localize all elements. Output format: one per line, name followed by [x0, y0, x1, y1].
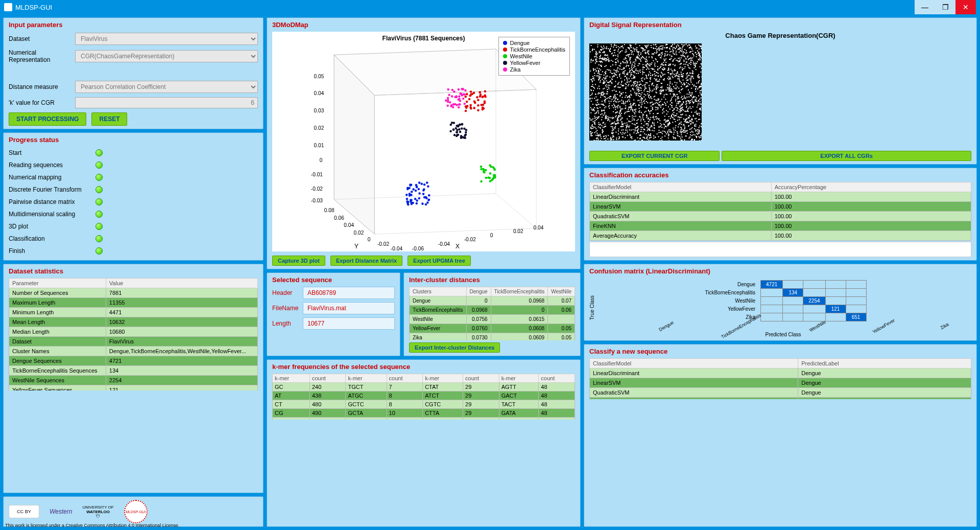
svg-point-153 — [461, 127, 463, 130]
header-input[interactable] — [303, 287, 395, 299]
table-row[interactable]: TG497TGCG10ATTA29GTTG48 — [273, 418, 575, 420]
minimize-button[interactable]: — — [915, 0, 935, 14]
table-row[interactable]: YellowFever0.07600.06080.05 — [409, 324, 575, 333]
table-row[interactable]: AT438ATGC8ATCT29GACT48 — [273, 391, 575, 400]
export-all-cgr-button[interactable]: EXPORT ALL CGRs — [722, 151, 971, 161]
app-title: MLDSP-GUI — [15, 4, 52, 11]
status-dot-icon — [95, 247, 103, 255]
svg-point-90 — [484, 96, 487, 98]
capture-3d-button[interactable]: Capture 3D plot — [272, 256, 325, 266]
dist-select[interactable]: Pearson Correlation Coefficient — [75, 81, 258, 93]
export-current-cgr-button[interactable]: EXPORT CURRENT CGR — [589, 151, 720, 161]
table-row[interactable]: CG490GCTA10CTTA29GATA48 — [273, 409, 575, 418]
svg-point-17 — [428, 194, 431, 197]
svg-point-34 — [426, 201, 429, 204]
table-row[interactable]: Maximum Length11355 — [9, 298, 258, 308]
svg-point-24 — [422, 189, 425, 192]
table-row[interactable]: LinearDiscriminantDengue — [590, 368, 971, 378]
table-row[interactable]: FineKNN100.00 — [590, 221, 971, 231]
svg-point-135 — [452, 128, 455, 131]
table-row[interactable]: Minimum Length4471 — [9, 308, 258, 317]
table-row[interactable]: GC240TGCT7CTAT29AGTT48 — [273, 383, 575, 391]
table-row[interactable]: WestNile Sequences2254 — [9, 376, 258, 385]
inter-table[interactable]: ClustersDengueTickBorneEncephalitisWestN… — [409, 287, 575, 340]
table-row[interactable]: LinearSVM100.00 — [590, 202, 971, 212]
western-logo: Western — [50, 508, 72, 515]
close-button[interactable]: ✕ — [955, 0, 976, 14]
progress-item: Discrete Fourier Transform — [9, 183, 258, 196]
svg-point-88 — [481, 108, 484, 111]
mldsp-logo: MLDSP-GUI — [124, 500, 148, 523]
accuracy-title: Classification accuracies — [589, 171, 971, 179]
svg-point-41 — [407, 203, 410, 206]
svg-text:0.04: 0.04 — [534, 225, 544, 231]
svg-point-89 — [484, 90, 487, 93]
classify-table[interactable]: ClassifierModelPredictedLabel LinearDisc… — [589, 358, 971, 399]
svg-text:0.03: 0.03 — [314, 108, 324, 113]
dataset-select[interactable]: FlaviVirus — [75, 33, 258, 45]
table-row[interactable]: YellowFever Sequences121 — [9, 385, 258, 391]
modmap-title: 3DMoDMap — [272, 21, 575, 29]
svg-point-93 — [469, 104, 472, 107]
status-dot-icon — [95, 186, 103, 193]
svg-text:0.06: 0.06 — [334, 215, 344, 221]
svg-point-119 — [493, 174, 495, 176]
conf-matrix[interactable]: Dengue4721TickBorneEncephalitis134WestNi… — [700, 280, 866, 321]
export-dist-button[interactable]: Export Distance Matrix — [330, 256, 402, 266]
table-row[interactable]: QuadraticSVM100.00 — [590, 212, 971, 221]
table-row[interactable]: Median Length10680 — [9, 327, 258, 337]
accuracy-table[interactable]: ClassifierModelAccuracyPercentage Linear… — [589, 182, 971, 241]
3d-plot[interactable]: FlaviVirus (7881 Sequences) DengueTickBo… — [272, 32, 575, 251]
svg-point-56 — [477, 99, 480, 102]
table-row[interactable]: FineKNNDengue — [590, 398, 971, 400]
svg-point-7 — [426, 181, 428, 184]
svg-marker-2 — [374, 89, 536, 234]
table-row[interactable]: AverageAccuracy100.00 — [590, 231, 971, 241]
numrep-select[interactable]: CGR(ChaosGameRepresentation) — [75, 50, 258, 62]
table-row[interactable]: TickBorneEncephalitis Sequences134 — [9, 366, 258, 376]
svg-point-40 — [406, 198, 409, 200]
start-button[interactable]: START PROCESSING — [9, 112, 86, 126]
status-dot-icon — [95, 223, 103, 230]
stats-table[interactable]: ParameterValue Number of Sequences7881Ma… — [9, 278, 258, 390]
table-row[interactable]: Number of Sequences7881 — [9, 288, 258, 298]
license-text: This work is licensed under a Creative C… — [5, 523, 179, 528]
table-row[interactable]: Dengue Sequences4721 — [9, 356, 258, 366]
svg-text:0.04: 0.04 — [344, 222, 354, 228]
svg-point-43 — [427, 199, 430, 201]
input-panel: Input parameters Dataset FlaviVirus Nume… — [3, 17, 264, 129]
progress-item: Finish — [9, 245, 258, 257]
svg-point-191 — [451, 89, 454, 91]
svg-point-174 — [447, 88, 449, 91]
table-row[interactable]: WestNile0.07560.0615 — [409, 315, 575, 324]
svg-point-115 — [493, 169, 496, 171]
svg-point-51 — [418, 181, 421, 184]
table-row[interactable]: DatasetFlaviVirus — [9, 337, 258, 347]
export-inter-button[interactable]: Export Inter-cluster Distances — [409, 342, 500, 353]
cgr-image — [589, 43, 702, 141]
table-row[interactable]: LinearSVMDengue — [590, 378, 971, 388]
table-row[interactable]: Mean Length10632 — [9, 317, 258, 327]
k-input[interactable] — [75, 97, 258, 108]
filename-input[interactable] — [303, 302, 395, 314]
svg-point-91 — [480, 104, 483, 106]
svg-text:-0.02: -0.02 — [311, 186, 323, 192]
table-row[interactable]: LinearDiscriminant100.00 — [590, 192, 971, 202]
export-upgma-button[interactable]: Export UPGMA tree — [408, 256, 471, 266]
table-row[interactable]: Dengue00.09680.07 — [409, 296, 575, 306]
conf-title: Confusion matrix (LinearDiscriminant) — [589, 267, 971, 275]
reset-button[interactable]: RESET — [91, 112, 127, 126]
table-row[interactable]: Zika0.07300.06090.05 — [409, 333, 575, 341]
svg-point-176 — [458, 103, 461, 106]
stats-title: Dataset statistics — [9, 267, 258, 275]
table-row[interactable]: CT480GCTC8CGTC29TACT48 — [273, 400, 575, 409]
svg-point-133 — [459, 131, 462, 133]
svg-point-54 — [411, 191, 413, 193]
kmer-table[interactable]: k-mercountk-mercountk-mercountk-mercount… — [272, 374, 575, 420]
length-input[interactable] — [303, 317, 395, 330]
table-row[interactable]: QuadraticSVMDengue — [590, 388, 971, 398]
maximize-button[interactable]: ❐ — [935, 0, 955, 14]
svg-text:0.02: 0.02 — [513, 228, 523, 234]
table-row[interactable]: Cluster NamesDengue,TickBorneEncephaliti… — [9, 347, 258, 356]
table-row[interactable]: TickBorneEncephalitis0.096800.06 — [409, 306, 575, 315]
